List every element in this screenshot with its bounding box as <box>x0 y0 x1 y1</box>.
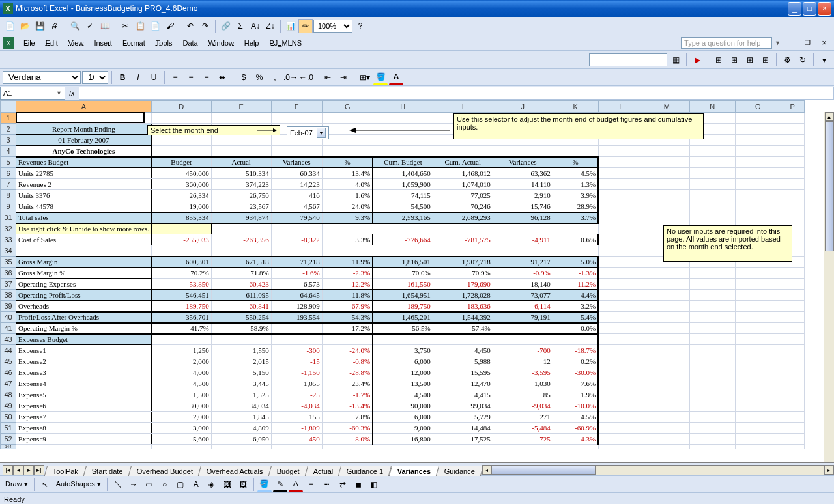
menu-edit[interactable]: Edit <box>40 38 63 48</box>
doc-close-icon[interactable]: × <box>817 36 831 50</box>
sheet-tab-actual[interactable]: Actual <box>305 466 342 476</box>
picture-icon[interactable]: 🖼 <box>236 477 250 492</box>
blank-combo[interactable] <box>589 53 667 66</box>
col-header-E[interactable]: E <box>211 101 271 113</box>
row-header-52[interactable]: 52 <box>1 434 16 445</box>
select-objects-icon[interactable]: ↖ <box>38 477 52 492</box>
row-header-4[interactable]: 4 <box>1 146 16 157</box>
merge-icon[interactable]: ⬌ <box>215 70 229 85</box>
menu-tools[interactable]: Tools <box>151 38 178 48</box>
menu-help[interactable]: Help <box>239 38 265 48</box>
autosum-icon[interactable]: Σ <box>233 19 248 33</box>
align-center-icon[interactable]: ≡ <box>184 70 198 85</box>
rectangle-icon[interactable]: ▭ <box>142 477 156 492</box>
col-header-O[interactable]: O <box>735 101 781 113</box>
row-header-37[interactable]: 37 <box>1 279 16 290</box>
row-header-43[interactable]: 43 <box>1 334 16 345</box>
worksheet-grid[interactable]: ADEFGHIJKLMNOP12Report Month Ending301 F… <box>0 100 834 462</box>
row-header-51[interactable]: 51 <box>1 423 16 434</box>
col-header-I[interactable]: I <box>433 101 493 113</box>
row-header-41[interactable]: 41 <box>1 323 16 334</box>
col-header-H[interactable]: H <box>373 101 433 113</box>
oval-icon[interactable]: ○ <box>158 477 172 492</box>
3d-icon[interactable]: ◧ <box>367 477 381 492</box>
save-icon[interactable]: 💾 <box>33 19 47 33</box>
row-header-44[interactable]: 44 <box>1 345 16 356</box>
col-header-F[interactable]: F <box>271 101 322 113</box>
row-header-50[interactable]: 50 <box>1 412 16 423</box>
maximize-button[interactable]: □ <box>803 2 816 16</box>
research-icon[interactable]: 📖 <box>98 19 112 33</box>
menu-window[interactable]: Window <box>203 38 239 48</box>
tab-first-icon[interactable]: |◂ <box>3 465 13 475</box>
wordart-icon[interactable]: A <box>189 477 203 492</box>
formula-bar[interactable] <box>79 87 834 100</box>
help-search-input[interactable] <box>681 37 772 49</box>
row-header-144[interactable]: 144 <box>1 445 16 449</box>
menu-view[interactable]: View <box>63 38 89 48</box>
drawing-icon[interactable]: ✏ <box>298 19 313 33</box>
sheet-tab-toolpak[interactable]: ToolPak <box>44 466 87 476</box>
row-header-38[interactable]: 38 <box>1 290 16 301</box>
row-header-46[interactable]: 46 <box>1 367 16 378</box>
menu-file[interactable]: File <box>18 38 40 48</box>
menu-insert[interactable]: Insert <box>89 38 117 48</box>
tab-last-icon[interactable]: ▸| <box>34 465 44 475</box>
tool-icon[interactable]: ⚙ <box>780 53 794 67</box>
arrow-icon[interactable]: → <box>126 477 141 492</box>
close-button[interactable]: × <box>818 2 831 16</box>
grid-icon[interactable]: ▦ <box>669 53 683 67</box>
month-end-selector[interactable]: Feb-07▼ <box>287 126 329 139</box>
decrease-indent-icon[interactable]: ⇤ <box>321 70 335 85</box>
sheet-tab-guidance-1[interactable]: Guidance 1 <box>338 466 392 476</box>
menu-data[interactable]: Data <box>177 38 203 48</box>
italic-icon[interactable]: I <box>131 70 145 85</box>
new-icon[interactable]: 📄 <box>3 19 17 33</box>
menu-pj_mlns[interactable]: PJ_MLNS <box>264 38 307 48</box>
row-header-35[interactable]: 35 <box>1 257 16 268</box>
paste-icon[interactable]: 📄 <box>148 19 162 33</box>
decrease-decimal-icon[interactable]: ←.0 <box>299 70 313 85</box>
shadow-icon[interactable]: ◼ <box>351 477 366 492</box>
bold-icon[interactable]: B <box>115 70 130 85</box>
border1-icon[interactable]: ⊞ <box>712 53 726 67</box>
worksheet-menu-icon[interactable]: X <box>3 37 14 49</box>
horizontal-scrollbar[interactable]: ◂ ▸ <box>482 465 834 475</box>
sheet-tab-start-date[interactable]: Start date <box>83 466 132 476</box>
row-header-3[interactable]: 3 <box>1 135 16 146</box>
redo-icon[interactable]: ↷ <box>198 19 212 33</box>
row-header-31[interactable]: 31 <box>1 212 16 223</box>
col-header-A[interactable]: A <box>16 101 152 113</box>
row-header-47[interactable]: 47 <box>1 378 16 389</box>
increase-indent-icon[interactable]: ⇥ <box>336 70 351 85</box>
help-icon[interactable]: ? <box>353 19 367 33</box>
col-header-L[interactable]: L <box>598 101 644 113</box>
font-color2-icon[interactable]: A <box>289 477 303 492</box>
textbox-icon[interactable]: ▢ <box>173 477 188 492</box>
sheet-tab-budget[interactable]: Budget <box>268 466 308 476</box>
fill-color-icon[interactable]: 🪣 <box>373 70 388 85</box>
col-header-J[interactable]: J <box>493 101 553 113</box>
row-header-40[interactable]: 40 <box>1 312 16 323</box>
menu-format[interactable]: Format <box>117 38 151 48</box>
sort-asc-icon[interactable]: A↓ <box>248 19 263 33</box>
doc-restore-icon[interactable]: ❐ <box>800 36 814 50</box>
vertical-scrollbar[interactable]: ▲ <box>824 112 834 462</box>
line-color-icon[interactable]: ✎ <box>273 477 287 492</box>
col-header-K[interactable]: K <box>553 101 598 113</box>
row-header-33[interactable]: 33 <box>1 234 16 245</box>
flag-icon[interactable]: ▶ <box>690 53 704 67</box>
clipart-icon[interactable]: 🖼 <box>220 477 235 492</box>
row-header-7[interactable]: 7 <box>1 179 16 190</box>
row-header-39[interactable]: 39 <box>1 301 16 312</box>
row-header-9[interactable]: 9 <box>1 201 16 212</box>
diagram-icon[interactable]: ◈ <box>205 477 219 492</box>
minimize-button[interactable]: _ <box>788 2 801 16</box>
sheet-tab-variances[interactable]: Variances <box>388 466 439 476</box>
fill-color2-icon[interactable]: 🪣 <box>257 477 272 492</box>
font-color-icon[interactable]: A <box>389 70 403 85</box>
row-header-45[interactable]: 45 <box>1 356 16 367</box>
border4-icon[interactable]: ⊞ <box>758 53 773 67</box>
hyperlink-icon[interactable]: 🔗 <box>218 19 233 33</box>
align-right-icon[interactable]: ≡ <box>199 70 214 85</box>
